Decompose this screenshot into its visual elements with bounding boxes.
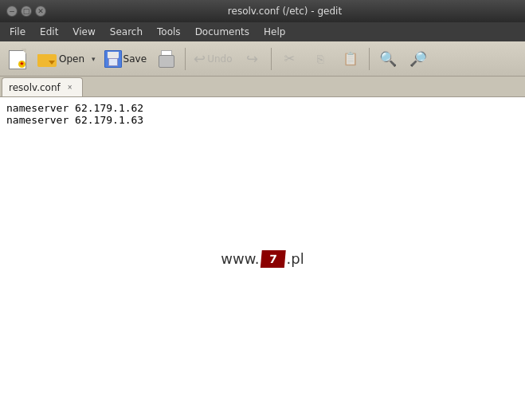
watermark-text-before: www. (221, 250, 259, 267)
search-icon: 🔍 (379, 50, 397, 67)
watermark: www. .pl (221, 250, 304, 268)
undo-icon: ↩ (194, 50, 206, 67)
editor-textarea[interactable]: nameserver 62.179.1.62 nameserver 62.179… (0, 97, 525, 131)
titlebar: − □ ✕ resolv.conf (/etc) - gedit (0, 0, 525, 22)
open-button-group: Open ▾ (33, 45, 99, 73)
menu-tools[interactable]: Tools (151, 25, 187, 39)
maximize-button[interactable]: □ (21, 6, 32, 17)
save-label: Save (123, 53, 147, 65)
toolbar-separator-1 (185, 48, 186, 70)
toolbar-separator-2 (271, 48, 272, 70)
menu-search[interactable]: Search (104, 25, 149, 39)
menu-view[interactable]: View (66, 25, 101, 39)
search-replace-button[interactable]: 🔎 (404, 45, 433, 73)
cut-button[interactable]: ✂ (276, 45, 304, 73)
paste-icon: 📋 (343, 51, 358, 66)
window-controls: − □ ✕ (6, 6, 46, 17)
toolbar-separator-3 (369, 48, 370, 70)
menu-documents[interactable]: Documents (189, 25, 256, 39)
tab-close-button[interactable]: × (65, 82, 76, 93)
open-label: Open (59, 53, 84, 65)
open-dropdown-arrow[interactable]: ▾ (88, 45, 99, 73)
minimize-button[interactable]: − (6, 6, 18, 17)
save-button[interactable]: Save (100, 45, 151, 73)
tab-resolv-conf[interactable]: resolv.conf × (2, 77, 83, 96)
new-button[interactable]: ★ (3, 45, 32, 73)
redo-button[interactable]: ↪ (238, 45, 267, 73)
editor-wrapper: nameserver 62.179.1.62 nameserver 62.179… (0, 97, 525, 420)
main-content: resolv.conf × nameserver 62.179.1.62 nam… (0, 77, 525, 420)
menu-edit[interactable]: Edit (33, 25, 65, 39)
paste-button[interactable]: 📋 (336, 45, 365, 73)
open-dropdown-icon: ▾ (92, 55, 96, 63)
undo-label: Undo (207, 53, 232, 65)
search-replace-icon: 🔎 (409, 50, 427, 67)
menu-file[interactable]: File (3, 25, 32, 39)
scissors-icon: ✂ (284, 51, 295, 66)
copy-icon: ⎘ (317, 53, 323, 65)
menu-help[interactable]: Help (257, 25, 292, 39)
search-button[interactable]: 🔍 (374, 45, 402, 73)
open-button[interactable]: Open (33, 45, 88, 73)
tab-filename: resolv.conf (9, 82, 61, 93)
copy-button[interactable]: ⎘ (306, 45, 335, 73)
window-title: resolv.conf (/etc) - gedit (51, 6, 519, 17)
undo-button[interactable]: ↩ Undo (190, 45, 236, 73)
toolbar: ★ Open ▾ Save ↩ Undo ↪ (0, 41, 525, 77)
redo-icon: ↪ (246, 50, 258, 67)
menubar: File Edit View Search Tools Documents He… (0, 22, 525, 41)
tabbar: resolv.conf × (0, 77, 525, 97)
watermark-text-after: .pl (287, 250, 304, 267)
close-button[interactable]: ✕ (35, 6, 46, 17)
watermark-flag-icon (261, 250, 286, 268)
print-button[interactable] (152, 45, 181, 73)
